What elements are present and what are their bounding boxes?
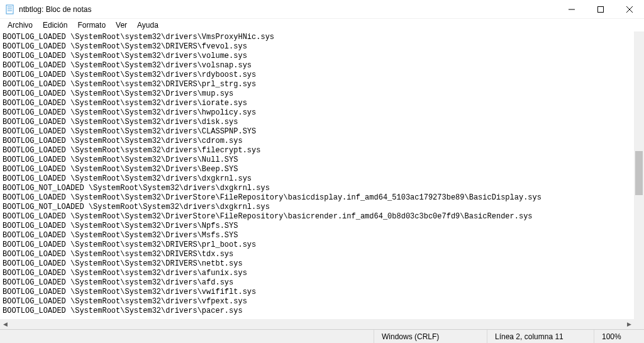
minimize-button[interactable] <box>557 0 586 18</box>
notepad-icon <box>5 4 15 14</box>
vertical-scrollbar[interactable] <box>634 31 644 319</box>
menu-edit[interactable]: Edición <box>38 20 72 31</box>
status-encoding: Windows (CRLF) <box>374 330 487 343</box>
svg-rect-0 <box>6 5 13 14</box>
menu-file[interactable]: Archivo <box>3 20 38 31</box>
close-button[interactable] <box>615 0 644 18</box>
status-zoom: 100% <box>594 330 644 343</box>
window-controls <box>557 0 644 18</box>
menu-view[interactable]: Ver <box>111 20 132 31</box>
titlebar: ntbtlog: Bloc de notas <box>0 0 644 19</box>
statusbar: Windows (CRLF) Línea 2, columna 11 100% <box>0 329 644 343</box>
menu-format[interactable]: Formato <box>72 20 111 31</box>
maximize-button[interactable] <box>586 0 615 18</box>
svg-rect-5 <box>598 6 604 12</box>
text-content[interactable]: BOOTLOG_LOADED \SystemRoot\system32\driv… <box>0 31 634 319</box>
menubar: Archivo Edición Formato Ver Ayuda <box>0 19 644 31</box>
scroll-right-arrow[interactable]: ▶ <box>624 319 634 329</box>
window-title: ntbtlog: Bloc de notas <box>19 5 557 14</box>
status-position: Línea 2, columna 11 <box>487 330 594 343</box>
horizontal-scrollbar[interactable]: ◀ ▶ <box>0 319 634 329</box>
editor-area: BOOTLOG_LOADED \SystemRoot\system32\driv… <box>0 31 644 329</box>
vertical-scrollbar-thumb[interactable] <box>635 151 643 195</box>
menu-help[interactable]: Ayuda <box>132 20 164 31</box>
scroll-left-arrow[interactable]: ◀ <box>0 319 10 329</box>
scroll-corner <box>634 319 644 329</box>
